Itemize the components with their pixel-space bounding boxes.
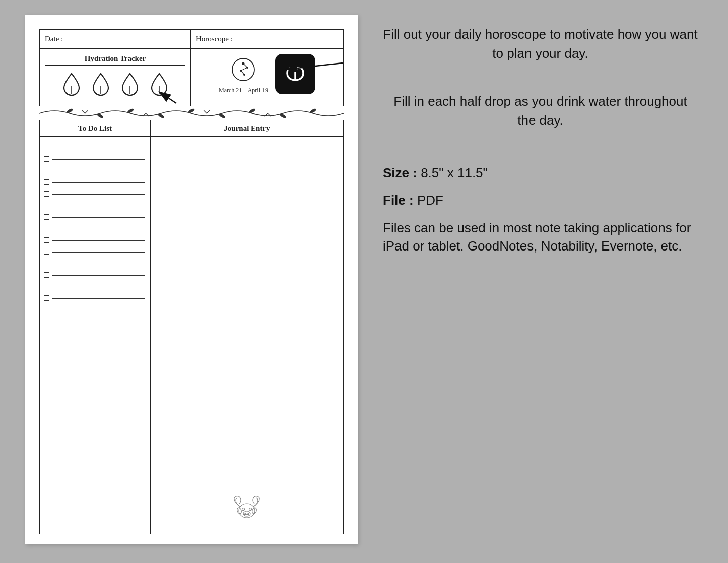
todo-checkbox bbox=[44, 203, 49, 208]
todo-checkbox bbox=[44, 179, 49, 185]
hydration-annotation-block: Fill in each half drop as you drink wate… bbox=[383, 92, 698, 130]
todo-checkbox bbox=[44, 156, 49, 162]
journal-column: Journal Entry bbox=[151, 120, 343, 534]
water-drop-3 bbox=[119, 72, 141, 98]
todo-item bbox=[44, 245, 145, 257]
todo-item bbox=[44, 152, 145, 164]
todo-line bbox=[52, 240, 145, 241]
annotations: Fill out your daily horoscope to motivat… bbox=[358, 15, 713, 274]
right-top: Horoscope : bbox=[191, 30, 343, 106]
todo-item bbox=[44, 199, 145, 210]
constellation-area: March 21 – April 19 bbox=[219, 54, 268, 94]
todo-checkbox bbox=[44, 237, 49, 243]
todo-line bbox=[52, 206, 145, 206]
todo-item bbox=[44, 303, 145, 315]
horoscope-annotation-block: Fill out your daily horoscope to motivat… bbox=[383, 25, 698, 63]
journal-header: Journal Entry bbox=[151, 120, 343, 137]
horoscope-annotation-text: Fill out your daily horoscope to motivat… bbox=[383, 25, 698, 63]
journal-body bbox=[151, 137, 343, 534]
aries-symbol-box bbox=[275, 54, 315, 94]
date-box: Date : bbox=[40, 30, 190, 49]
bottom-section: To Do List bbox=[39, 120, 344, 534]
svg-line-10 bbox=[241, 68, 247, 71]
page-preview-wrapper: Date : Hydration Tracker bbox=[25, 15, 358, 544]
water-drop-1 bbox=[61, 72, 82, 98]
todo-line bbox=[52, 287, 145, 287]
todo-item bbox=[44, 222, 145, 233]
left-top: Date : Hydration Tracker bbox=[40, 30, 191, 106]
todo-line bbox=[52, 148, 145, 148]
todo-item bbox=[44, 268, 145, 280]
todo-checkbox bbox=[44, 145, 49, 150]
svg-point-24 bbox=[249, 508, 252, 511]
size-info-line: Size : 8.5" x 11.5" bbox=[383, 164, 698, 182]
main-container: Date : Hydration Tracker bbox=[0, 0, 728, 563]
aries-glyph bbox=[280, 59, 310, 89]
top-section: Date : Hydration Tracker bbox=[39, 29, 344, 106]
todo-checkbox bbox=[44, 191, 49, 197]
todo-checkbox bbox=[44, 249, 49, 255]
todo-line bbox=[52, 310, 145, 310]
todo-item bbox=[44, 233, 145, 245]
todo-item bbox=[44, 210, 145, 222]
todo-line bbox=[52, 159, 145, 160]
svg-line-11 bbox=[241, 71, 244, 75]
todo-items bbox=[40, 137, 150, 534]
files-description: Files can be used in most note taking ap… bbox=[383, 219, 698, 256]
horoscope-date: March 21 – April 19 bbox=[219, 87, 268, 94]
svg-point-27 bbox=[243, 511, 250, 516]
file-value: PDF bbox=[417, 193, 443, 208]
todo-line bbox=[52, 182, 145, 183]
svg-line-9 bbox=[243, 64, 247, 68]
todo-checkbox bbox=[44, 261, 49, 266]
vine-divider bbox=[39, 106, 344, 120]
file-label: File : bbox=[383, 193, 414, 208]
todo-checkbox bbox=[44, 168, 49, 173]
todo-item bbox=[44, 141, 145, 152]
todo-line bbox=[52, 275, 145, 276]
todo-item bbox=[44, 164, 145, 175]
todo-column: To Do List bbox=[40, 120, 151, 534]
svg-point-23 bbox=[242, 508, 245, 511]
todo-line bbox=[52, 252, 145, 253]
todo-item bbox=[44, 280, 145, 291]
drops-row bbox=[61, 70, 170, 101]
todo-line bbox=[52, 217, 145, 218]
todo-item bbox=[44, 187, 145, 199]
todo-line bbox=[52, 171, 145, 171]
todo-line bbox=[52, 229, 145, 229]
todo-item bbox=[44, 291, 145, 303]
todo-checkbox bbox=[44, 284, 49, 289]
water-drop-4 bbox=[149, 72, 170, 98]
page-preview: Date : Hydration Tracker bbox=[25, 15, 358, 544]
hydration-annotation-text: Fill in each half drop as you drink wate… bbox=[383, 92, 698, 130]
size-label: Size : bbox=[383, 165, 417, 180]
svg-point-28 bbox=[245, 514, 246, 515]
todo-line bbox=[52, 264, 145, 264]
constellation-svg bbox=[228, 54, 258, 85]
horoscope-label: Horoscope : bbox=[191, 30, 343, 49]
svg-point-29 bbox=[248, 514, 249, 515]
ram-icon bbox=[229, 495, 264, 526]
vine-svg bbox=[39, 106, 344, 120]
size-value: 8.5" x 11.5" bbox=[421, 165, 488, 180]
info-block: Size : 8.5" x 11.5" File : PDF Files can… bbox=[383, 164, 698, 265]
hydration-title: Hydration Tracker bbox=[45, 52, 185, 66]
todo-checkbox bbox=[44, 214, 49, 220]
todo-checkbox bbox=[44, 272, 49, 278]
horoscope-content: March 21 – April 19 bbox=[191, 49, 343, 99]
todo-line bbox=[52, 194, 145, 195]
todo-checkbox bbox=[44, 307, 49, 312]
water-drop-2 bbox=[90, 72, 111, 98]
hydration-box: Hydration Tracker bbox=[40, 49, 190, 106]
file-info-line: File : PDF bbox=[383, 191, 698, 209]
date-label: Date : bbox=[45, 35, 63, 43]
todo-item bbox=[44, 257, 145, 268]
todo-item bbox=[44, 175, 145, 187]
todo-header: To Do List bbox=[40, 120, 150, 137]
todo-checkbox bbox=[44, 226, 49, 231]
todo-checkbox bbox=[44, 295, 49, 301]
todo-line bbox=[52, 298, 145, 299]
